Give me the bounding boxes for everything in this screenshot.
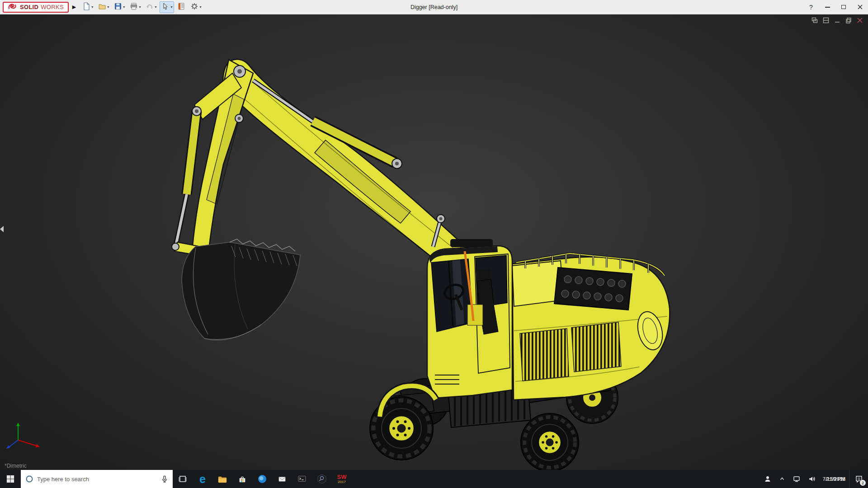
file-explorer-button[interactable] (212, 470, 232, 488)
quick-access-toolbar: ▾ ▾ ▾ ▾ ▾ ▾ (80, 1, 203, 13)
window-title: Digger [Read-only] (410, 4, 458, 10)
doc-restore-icon (845, 17, 852, 23)
new-window-button[interactable] (811, 17, 818, 24)
dropdown-caret[interactable]: ▾ (155, 5, 156, 9)
close-button[interactable] (852, 0, 868, 14)
start-button[interactable] (0, 470, 21, 488)
minimize-button[interactable] (819, 0, 835, 14)
new-document-icon (82, 2, 90, 12)
doc-close-icon (857, 17, 863, 23)
people-button[interactable] (763, 474, 772, 483)
help-button[interactable]: ? (803, 0, 819, 14)
edge-button[interactable]: e (193, 470, 212, 488)
panel-expand-arrow[interactable] (0, 226, 4, 232)
bucket[interactable] (182, 239, 300, 340)
orientation-triad (3, 422, 43, 458)
wheel-rear[interactable] (521, 413, 579, 470)
viewport-3d[interactable]: *Dimetric (0, 14, 868, 470)
engine-body[interactable] (512, 253, 670, 400)
brand-works: WORKS (41, 4, 64, 10)
task-view-icon (178, 474, 187, 483)
open-folder-icon (98, 2, 106, 12)
dark-circle-app-button[interactable] (312, 470, 332, 488)
solidworks-app-icon: SW (337, 474, 347, 480)
task-view-button[interactable] (173, 470, 193, 488)
desktop-screen: SOLIDWORKS ▶ ▾ ▾ ▾ ▾ ▾ (0, 0, 868, 488)
select-tool-button[interactable]: ▾ (160, 1, 174, 13)
action-center-button[interactable]: 2 (849, 470, 868, 488)
maximize-icon (841, 5, 846, 9)
save-button[interactable]: ▾ (112, 1, 127, 13)
taskbar-apps: e SW 2017 (173, 470, 352, 488)
doc-minimize-icon (834, 17, 840, 23)
undo-icon (146, 2, 154, 12)
store-icon (238, 474, 247, 483)
edge-icon: e (199, 474, 206, 485)
system-tray: 2:59 PM 7/11/2018 (760, 470, 849, 488)
document-window-controls (811, 17, 863, 24)
network-button[interactable] (792, 474, 801, 483)
dropdown-caret[interactable]: ▾ (91, 5, 93, 9)
side-vent-grille (571, 322, 621, 372)
doc-minimize-button[interactable] (834, 17, 841, 24)
network-icon (793, 475, 800, 483)
new-document-button[interactable]: ▾ (80, 1, 95, 13)
dropdown-caret[interactable]: ▾ (139, 5, 141, 9)
dropdown-caret[interactable]: ▾ (170, 5, 172, 9)
window-controls: ? (803, 0, 868, 14)
windows-start-icon (6, 475, 14, 483)
print-icon (130, 2, 138, 12)
close-icon (858, 5, 863, 9)
document-properties-button[interactable] (175, 1, 187, 13)
terminal-button[interactable] (292, 470, 312, 488)
bucket-cylinder[interactable] (176, 111, 197, 243)
dropdown-caret[interactable]: ▾ (123, 5, 125, 9)
chevron-up-icon (779, 476, 785, 482)
tile-window-button[interactable] (822, 17, 830, 24)
print-button[interactable]: ▾ (128, 1, 142, 13)
titlebar: SOLIDWORKS ▶ ▾ ▾ ▾ ▾ ▾ (0, 0, 868, 14)
maximize-button[interactable] (835, 0, 852, 14)
doc-close-button[interactable] (856, 17, 863, 24)
dropdown-caret[interactable]: ▾ (199, 5, 201, 9)
file-explorer-icon (217, 474, 227, 483)
excavator-model[interactable] (172, 59, 670, 470)
taskbar: e SW 2017 (0, 470, 868, 488)
circular-app-icon (258, 474, 267, 483)
minimize-icon (825, 7, 830, 8)
side-vent-grille (520, 328, 569, 381)
taskbar-spacer (352, 470, 760, 488)
document-properties-icon (177, 2, 185, 12)
solidworks-app-button[interactable]: SW 2017 (332, 470, 352, 488)
undo-button[interactable]: ▾ (144, 1, 158, 13)
store-button[interactable] (232, 470, 252, 488)
microphone-icon[interactable] (161, 475, 168, 483)
select-cursor-icon (161, 2, 170, 12)
volume-button[interactable] (807, 474, 816, 483)
view-orientation-label: *Dimetric (5, 463, 27, 469)
hidden-icons-button[interactable] (778, 475, 786, 483)
solidworks-logo[interactable]: SOLIDWORKS (3, 2, 69, 13)
solidworks-year-label: 2017 (338, 480, 346, 484)
taskbar-clock[interactable]: 2:59 PM 7/11/2018 (822, 478, 846, 480)
circular-app-button[interactable] (252, 470, 272, 488)
open-button[interactable]: ▾ (96, 1, 111, 13)
settings-gear-icon (190, 2, 198, 12)
mail-button[interactable] (272, 470, 292, 488)
save-floppy-icon (114, 2, 122, 12)
menu-expand-arrow[interactable]: ▶ (72, 4, 76, 10)
taskbar-search[interactable] (21, 470, 173, 488)
dropdown-caret[interactable]: ▾ (107, 5, 109, 9)
stick-arm[interactable] (193, 60, 253, 249)
ds-logo-mark (8, 3, 18, 12)
people-icon (764, 475, 771, 483)
terminal-icon (297, 475, 307, 483)
search-input[interactable] (37, 476, 157, 483)
tile-window-icon (823, 17, 829, 23)
new-window-icon (811, 17, 818, 23)
cab[interactable] (427, 239, 512, 398)
doc-restore-button[interactable] (845, 17, 852, 24)
brand-solid: SOLID (20, 4, 38, 10)
settings-button[interactable]: ▾ (189, 1, 203, 13)
y-axis-arrow (16, 422, 20, 426)
